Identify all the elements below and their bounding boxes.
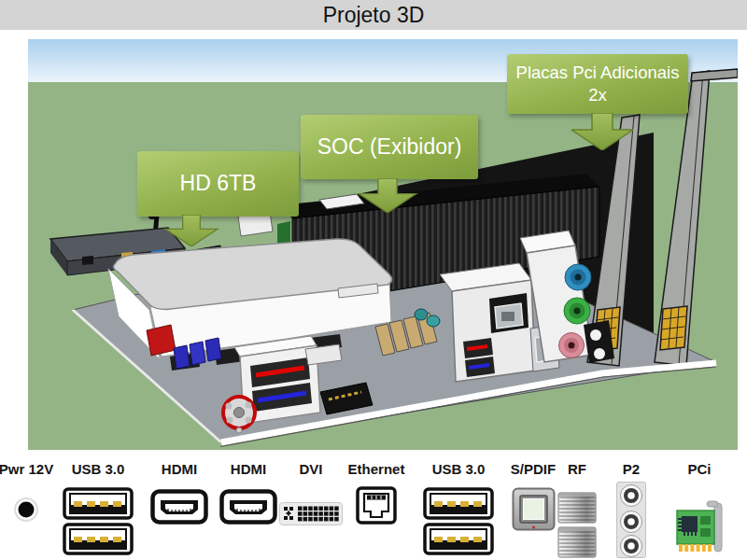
port-rf-label: RF [568, 461, 586, 480]
port-usb-left-label: USB 3.0 [72, 461, 125, 480]
callout-placas-label2: 2x [588, 84, 607, 106]
callout-soc: SOC (Exibidor) [301, 115, 478, 179]
usb-port-icon [423, 523, 494, 555]
pci-card-icon [671, 496, 727, 555]
port-p2-label: P2 [623, 461, 640, 480]
hdmi-icon [150, 489, 208, 525]
page-title: Projeto 3D [323, 3, 425, 28]
ethernet-icon [356, 486, 397, 525]
usb-port-icon [63, 523, 134, 555]
callout-hd: HD 6TB [137, 151, 299, 217]
dvi-icon [279, 502, 343, 525]
port-pci-label: PCi [687, 461, 711, 480]
port-hdmi-1-label: HDMI [162, 461, 197, 480]
callout-hd-arrow [161, 215, 222, 246]
port-hdmi-2-label: HDMI [231, 461, 266, 480]
power-jack-icon [13, 497, 39, 523]
callout-hd-label: HD 6TB [180, 170, 257, 198]
port-ethernet: Ethernet [334, 461, 418, 525]
usb-port-icon [63, 487, 134, 520]
port-pci: PCi [657, 461, 741, 555]
port-ethernet-label: Ethernet [348, 461, 405, 480]
port-usb-right-label: USB 3.0 [432, 461, 486, 480]
callout-soc-arrow [357, 178, 418, 213]
callout-placas-label: Placas Pci Adicionais [516, 62, 680, 84]
usb-port-icon [423, 487, 494, 520]
audio-jacks-icon [616, 482, 646, 558]
port-dvi-label: DVI [299, 461, 322, 480]
port-usb-left: USB 3.0 [56, 461, 140, 555]
3d-viewport: HD 6TB SOC (Exibidor) Placas Pci Adicion… [28, 39, 738, 450]
callout-soc-label: SOC (Exibidor) [317, 133, 462, 161]
callout-placas-arrow [571, 113, 633, 150]
port-pwr12v: Pwr 12V [0, 461, 63, 523]
port-usb-right: USB 3.0 [416, 461, 500, 555]
slide-title-bar: Projeto 3D [0, 0, 747, 30]
port-pwr12v-label: Pwr 12V [0, 461, 53, 480]
ports-panel: Pwr 12V USB 3.0 [0, 450, 747, 560]
callout-placas-pci: Placas Pci Adicionais 2x [507, 54, 688, 114]
